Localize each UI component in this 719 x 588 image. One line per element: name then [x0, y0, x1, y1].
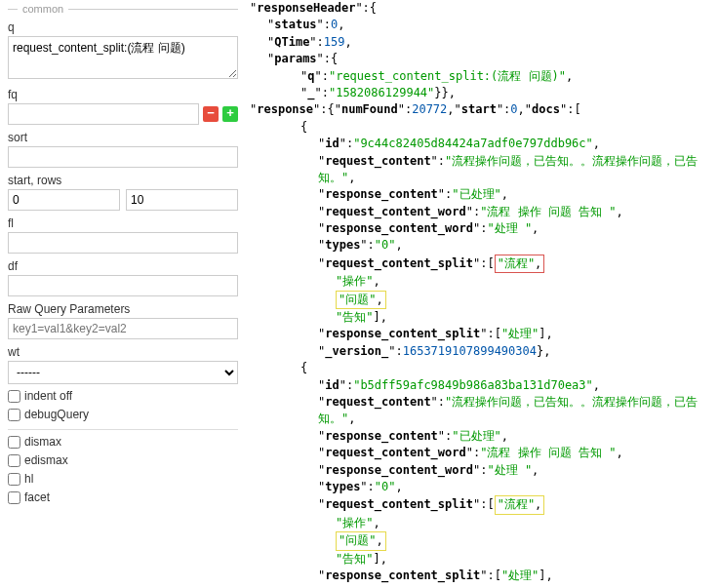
json-line: { [250, 119, 715, 136]
json-line: "response_content_word":"处理 ", [250, 220, 715, 237]
highlight-yellow: "问题", [336, 291, 386, 309]
dismax-row: dismax [8, 435, 238, 449]
hl-checkbox[interactable] [8, 473, 20, 486]
dismax-checkbox[interactable] [8, 436, 20, 449]
edismax-row: edismax [8, 453, 238, 467]
startrows-label: start, rows [8, 174, 238, 187]
json-line: "response":{"numFound":20772,"start":0,"… [250, 101, 715, 118]
facet-checkbox[interactable] [8, 491, 20, 504]
json-line: "types":"0", [250, 237, 715, 254]
wt-group: wt ------ [8, 345, 238, 384]
sort-group: sort [8, 131, 238, 168]
debug-checkbox[interactable] [8, 409, 20, 421]
json-line: "response_content":"已处理", [250, 186, 715, 203]
edismax-label: edismax [24, 453, 68, 467]
json-line: "操作", [250, 515, 715, 531]
facet-label: facet [24, 490, 50, 504]
fq-label: fq [8, 88, 238, 101]
json-line: "types":"0", [250, 479, 715, 495]
rawparams-group: Raw Query Parameters [8, 302, 238, 339]
q-label: q [8, 20, 238, 34]
remove-fq-button[interactable]: − [203, 106, 219, 122]
startrows-group: start, rows [8, 174, 238, 211]
fl-group: fl [8, 216, 238, 254]
divider [8, 429, 238, 430]
json-line: "QTime":159, [250, 34, 715, 51]
fl-input[interactable] [8, 232, 238, 254]
json-line: "response_content_split":["处理"], [250, 326, 715, 342]
highlight-yellow: "问题", [336, 531, 386, 550]
fl-label: fl [8, 216, 238, 230]
start-input[interactable] [8, 189, 120, 211]
json-line: "操作", [250, 273, 715, 290]
json-line: "_":"1582086129944"}}, [250, 85, 715, 101]
json-line: "问题", [250, 531, 715, 550]
q-group: q request_content_split:(流程 问题) [8, 20, 238, 82]
json-line: "response_content":"已处理", [250, 428, 715, 445]
json-line: "id":"9c44c82405d84424a7adf0e797ddb96c", [250, 136, 715, 152]
fq-input[interactable] [8, 103, 199, 125]
json-line: "params":{ [250, 51, 715, 67]
json-line: "response_content_split":["处理"], [250, 568, 715, 584]
q-input[interactable]: request_content_split:(流程 问题) [8, 36, 238, 79]
df-input[interactable] [8, 275, 238, 296]
highlight-red: "流程", [495, 255, 545, 273]
hl-row: hl [8, 472, 238, 486]
json-line: "告知"], [250, 309, 715, 326]
rows-input[interactable] [126, 189, 238, 211]
json-line: "request_content":"流程操作问题，已告知。。流程操作问题，已告… [250, 153, 715, 187]
indent-row: indent off [8, 389, 238, 403]
json-line: "response_content_word":"处理 ", [250, 462, 715, 479]
indent-label: indent off [24, 389, 72, 403]
fq-group: fq − + [8, 88, 238, 125]
query-form-panel: common q request_content_split:(流程 问题) f… [0, 0, 246, 588]
json-line: "status":0, [250, 17, 715, 33]
json-line: "request_content":"流程操作问题，已告知。。流程操作问题，已告… [250, 394, 715, 428]
highlight-yellow: "流程", [495, 495, 545, 514]
rawparams-label: Raw Query Parameters [8, 302, 238, 316]
facet-row: facet [8, 490, 238, 504]
json-line: "request_content_split":["流程", [250, 495, 715, 514]
json-line: "id":"b5dff59afc9849b986a83ba131d70ea3", [250, 377, 715, 394]
json-line: "request_content_word":"流程 操作 问题 告知 ", [250, 445, 715, 461]
json-line: "request_content_split":["流程", [250, 255, 715, 273]
json-line: "告知"], [250, 551, 715, 568]
indent-checkbox[interactable] [8, 390, 20, 403]
edismax-checkbox[interactable] [8, 454, 20, 467]
df-label: df [8, 259, 238, 273]
sort-label: sort [8, 131, 238, 144]
fieldset-common: common [8, 3, 238, 15]
sort-input[interactable] [8, 146, 238, 168]
hl-label: hl [24, 472, 33, 486]
add-fq-button[interactable]: + [222, 106, 238, 122]
json-line: "responseHeader":{ [250, 0, 715, 17]
json-line: "q":"request_content_split:(流程 问题)", [250, 68, 715, 85]
json-line: "_version_":1653719107899490304}, [250, 343, 715, 360]
json-line: "request_content_word":"流程 操作 问题 告知 ", [250, 204, 715, 220]
json-line: "问题", [250, 291, 715, 309]
debug-row: debugQuery [8, 408, 238, 421]
json-response-panel: "responseHeader":{ "status":0, "QTime":1… [246, 0, 719, 588]
dismax-label: dismax [24, 435, 61, 449]
wt-label: wt [8, 345, 238, 359]
wt-select[interactable]: ------ [8, 361, 238, 384]
debug-label: debugQuery [24, 408, 89, 421]
rawparams-input[interactable] [8, 318, 238, 339]
df-group: df [8, 259, 238, 296]
json-line: { [250, 360, 715, 376]
